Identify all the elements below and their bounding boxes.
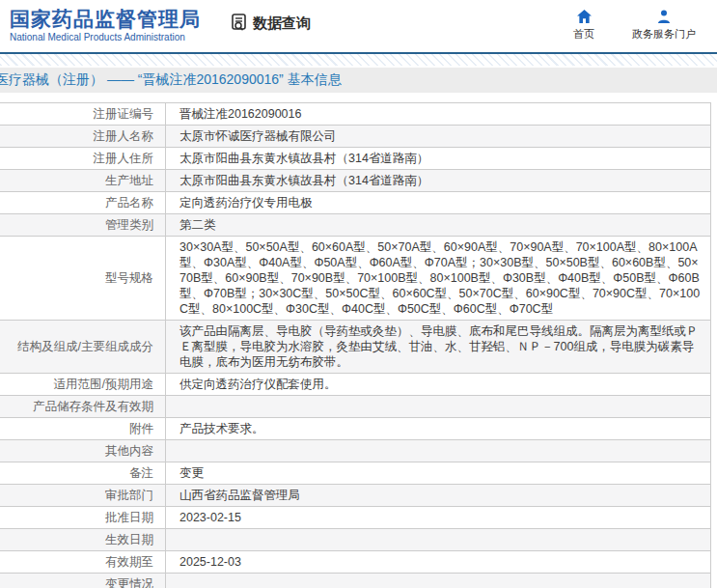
nav-item-home[interactable]: 首页 — [570, 10, 597, 42]
table-row: 附件产品技术要求。 — [0, 418, 710, 440]
row-value: 太原市怀诚医疗器械有限公司 — [166, 126, 710, 147]
table-row: 批准日期2023-02-15 — [0, 507, 710, 529]
row-value: 定向透药治疗仪专用电极 — [166, 192, 710, 213]
row-label: 结构及组成/主要组成成分 — [0, 321, 166, 373]
user-icon — [657, 10, 671, 23]
table-row: 生效日期 — [0, 529, 710, 551]
row-label: 产品名称 — [0, 192, 166, 213]
row-label: 备注 — [0, 462, 166, 484]
row-value: 第二类 — [166, 214, 710, 236]
table-row: 生产地址太原市阳曲县东黄水镇故县村（314省道路南） — [0, 170, 710, 192]
row-label: 其他内容 — [0, 440, 166, 462]
row-value: 供定向透药治疗仪配套使用。 — [166, 374, 710, 395]
info-table: 注册证编号晋械注准20162090016注册人名称太原市怀诚医疗器械有限公司注册… — [0, 102, 711, 588]
row-label: 注册证编号 — [0, 103, 166, 125]
row-label: 有效期至 — [0, 551, 166, 573]
table-row: 注册人住所太原市阳曲县东黄水镇故县村（314省道路南） — [0, 148, 710, 170]
row-label: 型号规格 — [0, 237, 166, 320]
row-label: 变更情况 — [0, 574, 166, 588]
row-label: 管理类别 — [0, 214, 166, 236]
row-value: 产品技术要求。 — [166, 418, 710, 439]
table-row: 型号规格30×30A型、50×50A型、60×60A型、50×70A型、60×9… — [0, 237, 710, 321]
table-row: 注册证编号晋械注准20162090016 — [0, 102, 710, 126]
row-label: 产品储存条件及有效期 — [0, 396, 166, 417]
table-row: 其他内容 — [0, 440, 710, 462]
table-row: 有效期至2025-12-03 — [0, 551, 710, 574]
table-row: 审批部门山西省药品监督管理局 — [0, 485, 710, 507]
row-label: 批准日期 — [0, 507, 166, 528]
row-label: 注册人住所 — [0, 148, 166, 169]
row-label: 附件 — [0, 418, 166, 439]
data-query-label: 数据查询 — [253, 14, 311, 33]
row-value — [166, 574, 710, 588]
row-value: 30×30A型、50×50A型、60×60A型、50×70A型、60×90A型、… — [166, 237, 710, 320]
logo-title: 国家药品监督管理局 — [10, 8, 201, 31]
decorative-stripe-band — [0, 54, 717, 68]
spacer — [0, 93, 717, 102]
row-value: 山西省药品监督管理局 — [166, 485, 710, 506]
nav-home-label: 首页 — [573, 27, 594, 42]
row-value: 晋械注准20162090016 — [166, 103, 710, 125]
row-label: 注册人名称 — [0, 126, 166, 147]
table-row: 注册人名称太原市怀诚医疗器械有限公司 — [0, 126, 710, 148]
nav-portal-label: 政务服务门户 — [632, 27, 696, 42]
page-title: 医疗器械（注册） —— “晋械注准20162090016” 基本信息 — [0, 71, 342, 89]
table-row: 备注变更 — [0, 462, 710, 485]
table-row: 变更情况 — [0, 574, 710, 588]
row-label: 适用范围/预期用途 — [0, 374, 166, 395]
row-value: 太原市阳曲县东黄水镇故县村（314省道路南） — [166, 170, 710, 191]
logo-subtitle: National Medical Products Administration — [10, 32, 201, 42]
nav-item-portal[interactable]: 政务服务门户 — [632, 10, 696, 42]
row-value — [166, 396, 710, 417]
breadcrumb: 医疗器械（注册） —— “晋械注准20162090016” 基本信息 — [0, 68, 717, 93]
row-value: 2023-02-15 — [166, 507, 710, 528]
row-value — [166, 529, 710, 550]
document-search-icon — [230, 13, 249, 35]
table-row: 适用范围/预期用途供定向透药治疗仪配套使用。 — [0, 374, 710, 396]
row-value: 太原市阳曲县东黄水镇故县村（314省道路南） — [166, 148, 710, 169]
site-header: 国家药品监督管理局 National Medical Products Admi… — [0, 0, 717, 54]
table-row: 结构及组成/主要组成成分该产品由隔离层、导电胶（导药垫或灸垫）、导电膜、底布和尾… — [0, 321, 710, 374]
nmpa-logo[interactable]: 国家药品监督管理局 National Medical Products Admi… — [10, 8, 201, 42]
data-query-tab[interactable]: 数据查询 — [230, 13, 311, 35]
row-label: 生效日期 — [0, 529, 166, 550]
table-row: 管理类别第二类 — [0, 214, 710, 237]
table-row: 产品储存条件及有效期 — [0, 396, 710, 418]
home-icon — [577, 10, 592, 23]
row-value: 该产品由隔离层、导电胶（导药垫或灸垫）、导电膜、底布和尾巴导线组成。隔离层为离型… — [166, 321, 710, 373]
row-value — [166, 440, 710, 462]
row-value: 2025-12-03 — [166, 551, 710, 573]
table-row: 产品名称定向透药治疗仪专用电极 — [0, 192, 710, 214]
row-label: 审批部门 — [0, 485, 166, 506]
header-nav: 首页 政务服务门户 — [570, 10, 703, 42]
row-value: 变更 — [166, 462, 710, 484]
row-label: 生产地址 — [0, 170, 166, 191]
